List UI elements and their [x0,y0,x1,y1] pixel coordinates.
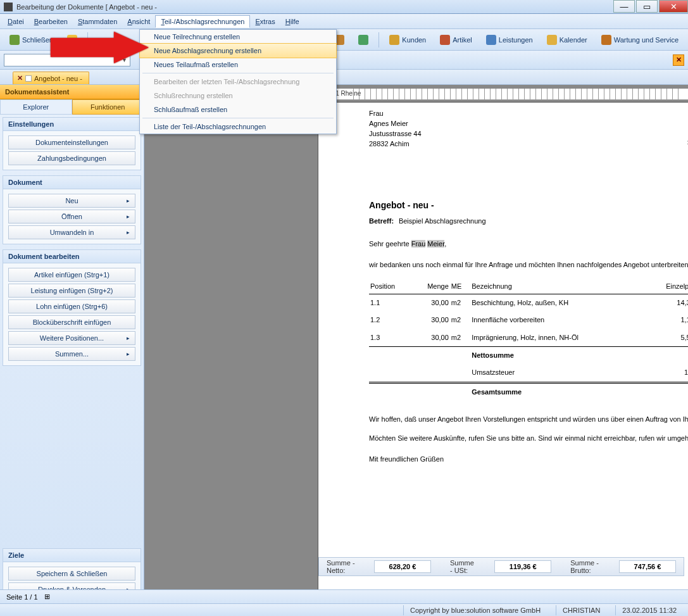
dd-bearbeiten-letzte: Bearbeiten der letzten Teil-/Abschlagsre… [140,75,336,89]
menu-stammdaten[interactable]: Stammdaten [73,16,122,27]
menu-ansicht[interactable]: Ansicht [122,16,155,27]
menu-teilabschlag[interactable]: Teil-/Abschlagsrechnungen [155,15,250,28]
dd-liste[interactable]: Liste der Teil-/Abschlagsrechnungen [140,120,336,134]
btn-leistung-einfuegen[interactable]: Leistung einfügen (Strg+2) [8,284,135,298]
btn-speichern-schliessen[interactable]: Speichern & Schließen [8,567,135,581]
panel-einstellungen: Einstellungen Dokumenteinstellungen Zahl… [3,117,141,170]
doc-icon [25,75,32,82]
btn-zahlungsbedingungen[interactable]: Zahlungsbedingungen [8,151,135,165]
sidebar-tabs: Explorer Funktionen [0,99,144,115]
btn-umwandeln[interactable]: Umwandeln in▸ [8,225,135,239]
kunden-button[interactable]: Kunden [384,32,432,48]
svg-marker-0 [51,32,149,63]
doc-tabstrip: ✕ Angebot - neu - [0,70,688,85]
btn-blockueberschrift[interactable]: Blocküberschrift einfügen [8,315,135,329]
summary-bar: Summe - Netto:628,20 € Summe - USt:119,3… [318,557,684,576]
kalender-button[interactable]: Kalender [541,32,593,48]
doc-headline: Angebot - neu - [369,200,688,210]
table-row: 1.330,00m2Imprägnierung, Holz, innen, NH… [369,329,688,347]
dd-schlussaufmass[interactable]: Schlußaufmaß erstellen [140,103,336,116]
dd-neue-abschlagsrechnung[interactable]: Neue Abschlagsrechnung erstellen [139,43,337,58]
tab-explorer[interactable]: Explorer [0,99,72,115]
doc-betreff: Betreff: Beispiel Abschlagsrechnung [369,215,688,225]
btn-dokumenteinstellungen[interactable]: Dokumenteinstellungen [8,135,135,149]
btn-oeffnen[interactable]: Öffnen▸ [8,210,135,223]
window-controls: — ▭ ✕ [612,0,688,13]
doc-body: Sehr geehrte Frau Meier, wir bedanken un… [369,239,688,465]
btn-weitere-positionen[interactable]: Weitere Positionen...▸ [8,331,135,345]
menu-datei[interactable]: Datei [3,16,29,27]
close-panel-button[interactable]: ✕ [673,54,684,66]
artikel-button[interactable]: Artikel [434,32,478,48]
dd-neue-teilrechnung[interactable]: Neue Teilrechnung erstellen [140,30,336,44]
tab-funktionen[interactable]: Funktionen [72,99,144,115]
btn-lohn-einfuegen[interactable]: Lohn einfügen (Strg+6) [8,299,135,313]
panel-dokument: Dokument Neu▸ Öffnen▸ Umwandeln in▸ [3,175,141,244]
menu-bearbeiten[interactable]: Bearbeiten [29,16,73,27]
tb-icon4[interactable] [353,32,374,48]
sum-brutto: 747,56 € [619,560,676,573]
dd-neues-teilaufmass[interactable]: Neues Teilaufmaß erstellen [140,58,336,72]
maximize-button[interactable]: ▭ [636,0,658,13]
table-row: 1.130,00m2Beschichtung, Holz, außen, KH1… [369,294,688,311]
close-window-button[interactable]: ✕ [659,0,688,13]
bottom-bar: Seite 1 / 1 ⊞ [0,589,688,603]
dropdown-teilabschlag: Neue Teilrechnung erstellen Neue Abschla… [139,29,337,134]
address-block: Frau Agnes Meier Justusstrasse 44 28832 … [369,109,688,149]
menu-hilfe[interactable]: Hilfe [280,16,304,27]
footer: Copyright by blue:solution software GmbH… [0,603,688,616]
footer-user: CHRISTIAN [556,605,606,615]
tab-close-icon[interactable]: ✕ [17,74,23,82]
main-area: Dokumentassistent Explorer Funktionen Ei… [0,85,688,604]
menu-extras[interactable]: Extras [250,16,280,27]
doc-tab[interactable]: ✕ Angebot - neu - [13,72,89,84]
page-indicator: Seite 1 / 1 [6,593,38,601]
dd-sep2 [142,118,334,118]
document-page[interactable]: Original Rheine, 23.02.2015 Steuernr.: 1… [318,103,688,596]
tab-label: Angebot - neu - [34,75,82,82]
wartung-button[interactable]: Wartung und Service [596,32,684,48]
btn-neu[interactable]: Neu▸ [8,194,135,208]
sum-ust: 119,36 € [494,560,551,573]
tutorial-arrow [51,32,152,71]
layout-icon[interactable]: ⊞ [44,593,50,601]
footer-datetime: 23.02.2015 11:32 [615,605,683,615]
leistungen-button[interactable]: Leistungen [480,32,539,48]
app-icon [4,3,13,11]
table-row: 1.230,00m2Innenfläche vorbereiten1,13 €3… [369,311,688,329]
footer-copyright: Copyright by blue:solution software GmbH [403,605,547,615]
items-table: PositionMengeMEBezeichnungEinzelpreisGes… [369,279,688,401]
minimize-button[interactable]: — [613,0,635,13]
sidebar: Dokumentassistent Explorer Funktionen Ei… [0,85,144,604]
dd-schlussrechnung: Schlußrechnung erstellen [140,89,336,103]
menubar: Datei Bearbeiten Stammdaten Ansicht Teil… [0,14,688,29]
btn-artikel-einfuegen[interactable]: Artikel einfügen (Strg+1) [8,268,135,282]
btn-summen[interactable]: Summen...▸ [8,347,135,361]
panel-bearbeiten: Dokument bearbeiten Artikel einfügen (St… [3,249,141,366]
sidebar-title: Dokumentassistent [0,85,144,99]
sum-netto: 628,20 € [374,560,431,573]
dd-sep [142,73,334,73]
titlebar: Bearbeitung der Dokumente [ Angebot - ne… [0,0,688,14]
ruler-ticks [353,89,682,99]
document-area: 48431 Rheine Original Rheine, 23.02.2015… [144,85,688,604]
window-title: Bearbeitung der Dokumente [ Angebot - ne… [16,3,157,11]
